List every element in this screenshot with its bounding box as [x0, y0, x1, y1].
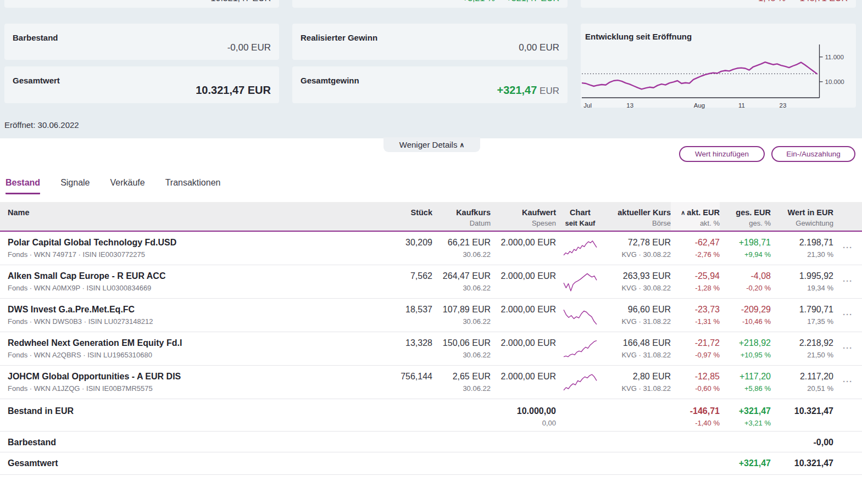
cell-kaufkurs: 264,47 EUR: [432, 270, 491, 282]
total-ges-eur: +321,47: [720, 457, 771, 469]
cell-ges-pct: -0,20 %: [720, 283, 771, 293]
currency-suffix: EUR: [537, 86, 559, 96]
cell-wert: 1.995,92: [771, 270, 833, 282]
clipped-percent: -1,48 %: [755, 0, 786, 3]
col-header-kaufwert[interactable]: Kaufwert: [491, 208, 556, 217]
row-menu-button[interactable]: ···: [843, 276, 853, 285]
tab[interactable]: Verkäufe: [110, 178, 145, 194]
tab[interactable]: Transaktionen: [165, 178, 221, 194]
clipped-amount: +321,47 EUR: [506, 0, 559, 3]
total-wert: 10.321,47: [771, 405, 833, 417]
fund-name-link[interactable]: DWS Invest G.a.Pre.Met.Eq.FC: [8, 304, 354, 315]
sparkline-chart: [562, 371, 598, 394]
card-value: 0,00 EUR: [519, 42, 559, 53]
svg-text:Jul: Jul: [583, 102, 592, 109]
col-subheader-gewichtung: Gewichtung: [771, 219, 833, 228]
holdings-table: Name Stück KaufkursDatum KaufwertSpesen …: [0, 202, 862, 475]
table-header-row: Name Stück KaufkursDatum KaufwertSpesen …: [0, 202, 862, 232]
cell-ges-eur: -209,29: [720, 304, 771, 315]
cell-gewichtung: 21,50 %: [771, 350, 833, 360]
card-entwicklung-chart: Entwicklung seit Eröffnung 11.00010.000J…: [581, 24, 856, 108]
cell-datum: 30.06.22: [432, 350, 491, 360]
portfolio-tabs: Bestand Signale Verkäufe Transaktionen: [5, 178, 220, 194]
col-header-kaufkurs[interactable]: Kaufkurs: [432, 208, 491, 217]
cell-wert: 2.117,20: [771, 371, 833, 382]
svg-text:11: 11: [738, 102, 745, 109]
cell-akt-pct: -0,60 %: [671, 384, 720, 393]
col-header-chart[interactable]: Chart: [556, 208, 604, 217]
cell-ges-eur: -4,08: [720, 270, 771, 282]
cell-datum: 30.06.22: [432, 317, 491, 326]
svg-text:23: 23: [780, 102, 787, 109]
total-akt-eur: -146,71: [671, 405, 720, 417]
svg-text:11.000: 11.000: [825, 54, 844, 60]
card-value: +321,47 EUR: [497, 84, 559, 97]
cell-kaufwert: 2.000,00 EUR: [491, 337, 556, 349]
col-header-stueck[interactable]: Stück: [354, 208, 432, 217]
col-subheader-spesen: Spesen: [491, 219, 556, 228]
col-header-wert-in-eur[interactable]: Wert in EUR: [771, 208, 833, 217]
total-ges-pct: +3,21 %: [720, 418, 771, 428]
cell-ges-pct: +10,95 %: [720, 350, 771, 360]
cell-kaufkurs: 107,89 EUR: [432, 304, 491, 315]
col-subheader-akt-pct: akt. %: [671, 219, 720, 228]
less-details-button[interactable]: Weniger Details ∧: [383, 137, 480, 152]
cell-akt-eur: -62,47: [671, 237, 720, 248]
cell-aktueller-kurs: 263,93 EUR: [604, 270, 671, 282]
fund-name-link[interactable]: Alken Small Cap Europe - R EUR ACC: [8, 270, 354, 282]
cell-kaufwert: 2.000,00 EUR: [491, 237, 556, 248]
cell-stueck: 13,328: [354, 337, 432, 349]
cell-ges-eur: +117,20: [720, 371, 771, 382]
fund-name-link[interactable]: Redwheel Next Generation EM Equity Fd.I: [8, 337, 354, 349]
col-header-name[interactable]: Name: [8, 208, 354, 217]
total-wert: -0,00: [771, 436, 833, 448]
cell-datum: 30.06.22: [432, 250, 491, 259]
tab[interactable]: Signale: [60, 178, 90, 194]
row-menu-button[interactable]: ···: [843, 310, 853, 319]
cell-akt-pct: -0,97 %: [671, 350, 720, 360]
sparkline-chart: [562, 271, 598, 294]
cell-gewichtung: 19,34 %: [771, 283, 833, 293]
col-header-akt-eur[interactable]: ∧akt. EUR: [671, 208, 720, 217]
cell-datum: 30.06.22: [432, 283, 491, 293]
cell-ges-pct: +9,94 %: [720, 250, 771, 259]
tab[interactable]: Bestand: [5, 178, 40, 194]
col-header-ges-eur[interactable]: ges. EUR: [720, 208, 771, 217]
cell-gewichtung: 21,30 %: [771, 250, 833, 259]
total-wert: 10.321,47: [771, 457, 833, 469]
sparkline-chart: [562, 237, 598, 260]
card-label: Gesamtgewinn: [301, 76, 359, 85]
cell-stueck: 7,562: [354, 270, 432, 282]
cell-boerse: KVG · 30.08.22: [604, 250, 671, 259]
cell-ges-pct: +5,86 %: [720, 384, 771, 393]
row-menu-button[interactable]: ···: [843, 343, 853, 352]
col-subheader-ges-pct: ges. %: [720, 219, 771, 228]
performance-line-chart: 11.00010.000Jul13Aug1123: [582, 44, 855, 127]
col-subheader-datum: Datum: [432, 219, 491, 228]
total-row-bestand: Bestand in EUR 10.000,000,00 -146,71-1,4…: [0, 399, 862, 432]
table-row: Redwheel Next Generation EM Equity Fd.I …: [0, 332, 862, 366]
cell-wert: 1.790,71: [771, 304, 833, 315]
cell-boerse: KVG · 31.08.22: [604, 350, 671, 360]
card-barbestand: Barbestand -0,00 EUR: [4, 24, 279, 60]
fund-name-link[interactable]: Polar Capital Global Technology Fd.USD: [8, 237, 354, 248]
fund-info: Fonds · WKN DWS0B3 · ISIN LU0273148212: [8, 317, 354, 326]
clipped-percent: +3,21 %: [463, 0, 495, 3]
total-spesen: 0,00: [491, 418, 556, 428]
row-menu-button[interactable]: ···: [843, 243, 853, 252]
add-value-button[interactable]: Wert hinzufügen: [679, 146, 765, 162]
deposit-withdraw-button[interactable]: Ein-/Auszahlung: [771, 146, 855, 162]
sparkline-chart: [562, 304, 598, 327]
cell-boerse: KVG · 30.08.22: [604, 283, 671, 293]
svg-text:Aug: Aug: [694, 102, 705, 109]
cell-ges-pct: -10,46 %: [720, 317, 771, 326]
cell-aktueller-kurs: 2,80 EUR: [604, 371, 671, 382]
fund-name-link[interactable]: JOHCM Global Opportunities - A EUR DIS: [8, 371, 354, 382]
cell-stueck: 18,537: [354, 304, 432, 315]
cell-kaufwert: 2.000,00 EUR: [491, 304, 556, 315]
cell-akt-eur: -23,73: [671, 304, 720, 315]
col-subheader-boerse: Börse: [604, 219, 671, 228]
row-menu-button[interactable]: ···: [843, 377, 853, 386]
cell-akt-pct: -1,31 %: [671, 317, 720, 326]
col-header-aktueller-kurs[interactable]: aktueller Kurs: [604, 208, 671, 217]
